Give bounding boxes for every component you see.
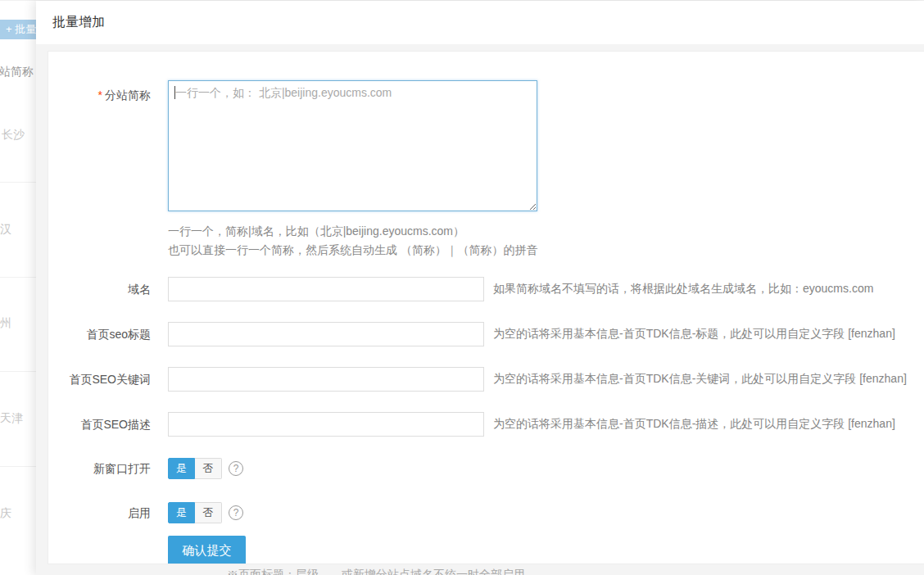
- text-caret: [174, 86, 175, 99]
- table-row: 天津: [0, 411, 23, 426]
- page: + 批量增加 分站简称 长沙 武汉 杭州 天津 重庆 批量增加 *分站简称: [0, 0, 924, 575]
- seo-title-label: 首页seo标题: [48, 322, 168, 346]
- enable-toggle: 是 否: [168, 502, 222, 523]
- branch-name-label: *分站简称: [48, 80, 168, 103]
- required-asterisk: *: [98, 88, 102, 102]
- seo-description-row: 首页SEO描述 为空的话将采用基本信息-首页TDK信息-描述，此处可以用自定义字…: [48, 412, 924, 437]
- seo-keywords-input[interactable]: [168, 367, 484, 392]
- table-column-header: 分站简称: [0, 65, 38, 79]
- open-new-window-label: 新窗口打开: [48, 456, 168, 481]
- row-divider: [0, 371, 38, 372]
- modal-body: *分站简称 一行一个，简称|域名，比如（北京|beijing.eyoucms.c…: [36, 44, 924, 575]
- seo-keywords-row: 首页SEO关键词 为空的话将采用基本信息-首页TDK信息-关键词，此处可以用自定…: [48, 367, 924, 392]
- seo-title-hint: 为空的话将采用基本信息-首页TDK信息-标题，此处可以用自定义字段 [fenzh…: [493, 327, 895, 342]
- help-line-2: 也可以直接一行一个简称，然后系统自动生成 （简称）｜（简称）的拼音: [168, 241, 924, 260]
- seo-description-label: 首页SEO描述: [48, 412, 168, 437]
- open-new-window-row: 新窗口打开 是 否 ?: [48, 456, 924, 481]
- background-sites-page: + 批量增加 分站简称 长沙 武汉 杭州 天津 重庆: [0, 1, 38, 575]
- question-mark-icon[interactable]: ?: [229, 505, 243, 520]
- open-new-window-toggle: 是 否: [168, 458, 222, 479]
- table-row: 重庆: [0, 506, 11, 521]
- question-mark-icon[interactable]: ?: [229, 461, 243, 476]
- domain-row: 域名 如果简称域名不填写的话，将根据此处域名生成域名，比如：eyoucms.co…: [48, 277, 924, 301]
- batch-add-modal: 批量增加 *分站简称 一行一个，简称|域名，比如（北京|beijing.eyou…: [36, 1, 924, 575]
- confirm-submit-button[interactable]: 确认提交: [168, 536, 246, 564]
- submit-row: 确认提交: [48, 536, 924, 564]
- seo-description-input[interactable]: [168, 412, 484, 437]
- branch-name-label-text: 分站简称: [105, 88, 151, 102]
- clipped-bottom-note: ※页面标题：层级……或新增分站点域名不统一时全部启用: [227, 567, 525, 575]
- row-divider: [0, 466, 38, 467]
- toggle-yes-button[interactable]: 是: [168, 458, 195, 479]
- batch-add-button[interactable]: + 批量增加: [0, 20, 38, 39]
- table-row: 杭州: [0, 316, 11, 331]
- toggle-no-button[interactable]: 否: [195, 458, 222, 479]
- table-row: 长沙: [2, 128, 25, 143]
- help-line-1: 一行一个，简称|域名，比如（北京|beijing.eyoucms.com）: [168, 222, 924, 241]
- seo-title-row: 首页seo标题 为空的话将采用基本信息-首页TDK信息-标题，此处可以用自定义字…: [48, 322, 924, 346]
- toggle-yes-button[interactable]: 是: [168, 502, 195, 523]
- table-row: 武汉: [0, 222, 11, 237]
- enable-label: 启用: [48, 500, 168, 525]
- branch-name-help: 一行一个，简称|域名，比如（北京|beijing.eyoucms.com） 也可…: [168, 222, 924, 260]
- domain-hint: 如果简称域名不填写的话，将根据此处域名生成域名，比如：eyoucms.com: [493, 282, 873, 297]
- seo-keywords-hint: 为空的话将采用基本信息-首页TDK信息-关键词，此处可以用自定义字段 [fenz…: [493, 372, 907, 387]
- seo-title-input[interactable]: [168, 322, 484, 346]
- branch-name-row: *分站简称: [48, 80, 924, 214]
- row-divider: [0, 277, 38, 278]
- form-panel: *分站简称 一行一个，简称|域名，比如（北京|beijing.eyoucms.c…: [48, 51, 924, 564]
- modal-header: 批量增加: [36, 1, 924, 44]
- toggle-no-button[interactable]: 否: [195, 502, 222, 523]
- row-divider: [0, 182, 38, 183]
- modal-title: 批量增加: [52, 14, 105, 31]
- seo-description-hint: 为空的话将采用基本信息-首页TDK信息-描述，此处可以用自定义字段 [fenzh…: [493, 417, 895, 432]
- branch-names-textarea[interactable]: [168, 80, 537, 211]
- seo-keywords-label: 首页SEO关键词: [48, 367, 168, 392]
- enable-row: 启用 是 否 ?: [48, 500, 924, 525]
- domain-input[interactable]: [168, 277, 484, 301]
- domain-label: 域名: [48, 277, 168, 301]
